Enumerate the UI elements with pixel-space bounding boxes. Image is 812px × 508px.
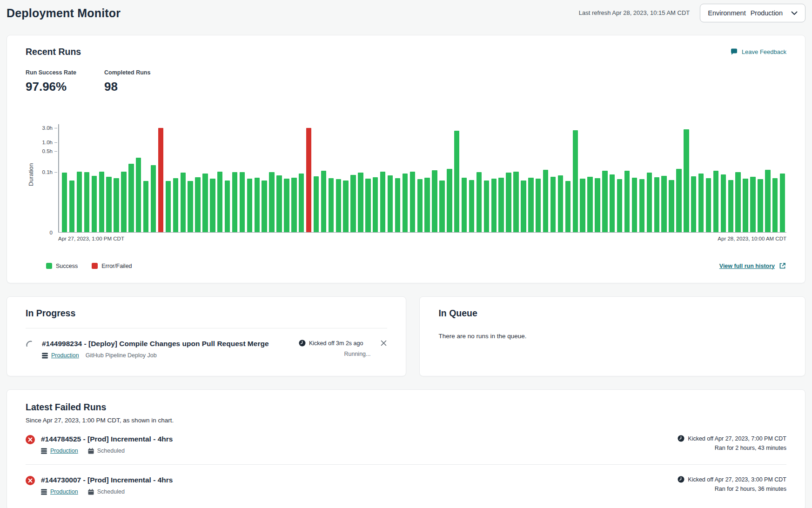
run-bar[interactable] (136, 158, 141, 232)
run-bar[interactable] (617, 179, 622, 232)
run-bar[interactable] (365, 179, 370, 232)
run-bar[interactable] (77, 172, 82, 232)
run-bar[interactable] (269, 172, 274, 232)
run-bar[interactable] (128, 164, 134, 232)
run-bar[interactable] (469, 180, 474, 232)
run-bar[interactable] (691, 176, 696, 232)
run-bar[interactable] (536, 179, 541, 232)
view-full-run-history-link[interactable]: View full run history (719, 262, 786, 270)
run-bar[interactable] (758, 179, 763, 232)
run-bar[interactable] (321, 171, 326, 232)
run-bar[interactable] (772, 178, 778, 232)
run-bar[interactable] (765, 170, 770, 232)
run-bar[interactable] (336, 179, 341, 232)
run-bar[interactable] (151, 165, 156, 232)
run-bar[interactable] (432, 170, 437, 232)
run-bar[interactable] (447, 169, 452, 232)
run-bar[interactable] (528, 178, 533, 232)
run-bar[interactable] (358, 173, 363, 232)
run-bar[interactable] (210, 179, 215, 232)
run-bar[interactable] (565, 181, 570, 232)
environment-link[interactable]: Production (51, 352, 79, 359)
run-bar[interactable] (439, 180, 444, 232)
run-bar[interactable] (454, 131, 459, 232)
run-bar[interactable] (380, 172, 385, 232)
run-bar[interactable] (403, 174, 408, 232)
run-bar[interactable] (580, 179, 585, 232)
run-bar[interactable] (484, 180, 489, 232)
run-bar[interactable] (639, 179, 644, 232)
run-bar[interactable] (202, 174, 208, 232)
run-bar[interactable] (543, 170, 548, 232)
run-bar[interactable] (84, 172, 89, 232)
run-bar[interactable] (99, 172, 104, 232)
run-bar[interactable] (735, 172, 740, 232)
run-bar[interactable] (291, 178, 296, 232)
run-bar[interactable] (587, 177, 592, 232)
run-bar[interactable] (513, 172, 518, 232)
run-bar[interactable] (661, 176, 666, 232)
run-bar[interactable] (743, 179, 748, 232)
run-bar[interactable] (410, 172, 415, 232)
run-bar[interactable] (350, 175, 356, 232)
run-bar[interactable] (462, 178, 467, 232)
run-bar[interactable] (69, 180, 74, 232)
run-bar[interactable] (669, 180, 674, 232)
run-bar[interactable] (143, 181, 148, 232)
run-bar[interactable] (706, 178, 711, 232)
run-bar[interactable] (476, 172, 482, 232)
run-bar[interactable] (713, 171, 718, 232)
run-bar[interactable] (654, 177, 659, 232)
run-bar[interactable] (550, 177, 556, 232)
run-bar[interactable] (232, 172, 237, 232)
run-bar[interactable] (491, 179, 497, 232)
run-bar[interactable] (624, 171, 630, 232)
run-bar[interactable] (424, 178, 429, 232)
run-bar[interactable] (684, 129, 689, 233)
run-bar[interactable] (721, 174, 726, 232)
run-bar[interactable] (647, 173, 652, 232)
run-bar[interactable] (106, 177, 111, 232)
run-bar[interactable] (388, 175, 393, 232)
environment-dropdown[interactable]: Environment Production (700, 4, 805, 22)
run-bar[interactable] (306, 128, 311, 232)
run-bar[interactable] (166, 181, 171, 232)
run-bar[interactable] (780, 174, 785, 232)
run-bar[interactable] (343, 180, 348, 232)
run-bar[interactable] (247, 179, 252, 232)
run-bar[interactable] (395, 178, 400, 232)
run-bar[interactable] (158, 128, 163, 232)
run-bar[interactable] (240, 172, 245, 232)
run-bar[interactable] (188, 181, 193, 232)
environment-link[interactable]: Production (50, 448, 78, 454)
run-bar[interactable] (728, 180, 733, 232)
run-bar[interactable] (632, 178, 637, 232)
run-bar[interactable] (62, 173, 67, 232)
run-bar[interactable] (329, 178, 334, 232)
run-bar[interactable] (276, 175, 282, 232)
run-bar[interactable] (181, 173, 186, 232)
run-bar[interactable] (373, 177, 378, 232)
run-bar[interactable] (610, 174, 615, 232)
leave-feedback-button[interactable]: Leave Feedback (730, 48, 786, 56)
run-bar[interactable] (498, 178, 503, 232)
run-bar[interactable] (225, 180, 230, 232)
run-bar[interactable] (676, 169, 681, 232)
run-bar[interactable] (121, 172, 126, 232)
run-bar[interactable] (299, 174, 304, 232)
run-bar[interactable] (173, 178, 178, 232)
close-icon[interactable] (380, 340, 387, 347)
environment-link[interactable]: Production (50, 488, 78, 495)
run-bar[interactable] (506, 173, 511, 232)
run-bar[interactable] (595, 178, 600, 232)
run-bar[interactable] (92, 176, 97, 232)
run-bar[interactable] (573, 130, 578, 232)
run-bar[interactable] (417, 179, 423, 232)
run-bar[interactable] (262, 180, 267, 232)
run-bar[interactable] (217, 172, 222, 232)
run-bar[interactable] (558, 175, 563, 232)
run-bar[interactable] (195, 177, 200, 232)
run-bar[interactable] (255, 178, 260, 232)
run-bar[interactable] (602, 171, 607, 232)
run-bar[interactable] (521, 180, 526, 232)
